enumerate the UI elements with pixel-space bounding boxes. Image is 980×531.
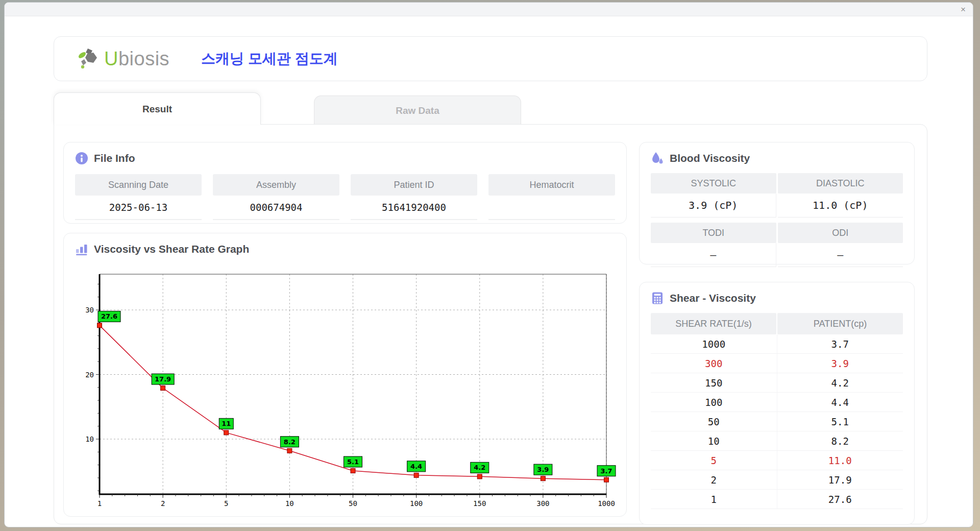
table-row: 3003.9	[651, 354, 903, 373]
field-value: 2025-06-13	[75, 196, 202, 220]
patient-viscosity-cell: 3.7	[777, 334, 903, 353]
app-window: × Ubiosis 스캐닝 모세관 점도계 Result Raw Data	[4, 2, 973, 527]
table-row: 108.2	[651, 431, 903, 451]
logo-rest: biosis	[118, 48, 169, 69]
logo: Ubiosis	[78, 47, 169, 70]
shear-viscosity-table: SHEAR RATE(1/s) PATIENT(cp) 10003.73003.…	[651, 313, 903, 509]
patient-viscosity-cell: 27.6	[777, 490, 903, 509]
patient-viscosity-cell: 11.0	[777, 451, 903, 470]
svg-text:300: 300	[536, 499, 549, 508]
field-hematocrit: Hematocrit	[488, 174, 615, 220]
field-label: Patient ID	[351, 174, 477, 196]
patient-viscosity-cell: 5.1	[777, 412, 903, 431]
svg-text:4.2: 4.2	[474, 464, 485, 471]
bar-chart-icon	[75, 243, 88, 256]
svg-text:27.6: 27.6	[101, 312, 117, 320]
shear-rate-cell: 50	[651, 412, 777, 431]
svg-text:2: 2	[161, 499, 165, 508]
file-info-card: File Info Scanning Date 2025-06-13 Assem…	[63, 142, 627, 224]
table-row: 505.1	[651, 412, 903, 431]
header-card: Ubiosis 스캐닝 모세관 점도계	[54, 36, 927, 81]
svg-text:20: 20	[85, 371, 94, 379]
svg-text:8.2: 8.2	[284, 438, 296, 446]
svg-text:4.4: 4.4	[410, 463, 422, 470]
metric-value-odi: –	[778, 243, 903, 267]
logo-text: Ubiosis	[104, 48, 169, 70]
logo-u: U	[104, 48, 118, 69]
tab-bar: Result Raw Data	[54, 92, 927, 125]
shear-rate-cell: 100	[651, 393, 777, 412]
column-header-patient: PATIENT(cp)	[777, 313, 903, 334]
patient-viscosity-cell: 4.2	[777, 373, 903, 392]
table-row: 511.0	[651, 451, 903, 470]
patient-viscosity-cell: 17.9	[777, 470, 903, 489]
svg-text:1000: 1000	[598, 499, 615, 508]
metric-label-todi: TODI	[651, 223, 776, 243]
blood-viscosity-title: Blood Viscosity	[670, 152, 750, 164]
tab-result[interactable]: Result	[54, 92, 261, 125]
field-patient-id: Patient ID 51641920400	[351, 174, 477, 220]
svg-text:50: 50	[349, 499, 357, 508]
tab-raw-data[interactable]: Raw Data	[314, 95, 521, 125]
shear-rate-cell: 2	[651, 470, 777, 489]
info-icon	[75, 152, 88, 165]
title-bar: ×	[5, 3, 973, 16]
svg-text:5: 5	[224, 499, 228, 508]
metric-label-diastolic: DIASTOLIC	[778, 173, 903, 194]
field-value: 000674904	[213, 196, 339, 220]
svg-text:10: 10	[285, 499, 294, 508]
calculator-icon	[651, 292, 664, 305]
field-value: 51641920400	[351, 196, 477, 220]
svg-text:17.9: 17.9	[155, 375, 171, 383]
blood-viscosity-grid: SYSTOLIC DIASTOLIC 3.9 (cP) 11.0 (cP) TO…	[651, 173, 903, 267]
table-body: 10003.73003.91504.21004.4505.1108.2511.0…	[651, 334, 903, 509]
field-value	[488, 196, 615, 220]
metric-value-systolic: 3.9 (cP)	[651, 194, 776, 218]
shear-viscosity-card: Shear - Viscosity SHEAR RATE(1/s) PATIEN…	[639, 282, 915, 525]
viscosity-chart: 1251050100150300100010203027.617.9118.25…	[74, 262, 617, 517]
table-row: 1504.2	[651, 373, 903, 393]
metric-value-todi: –	[651, 243, 776, 267]
svg-text:3.9: 3.9	[537, 466, 549, 473]
metric-label-systolic: SYSTOLIC	[651, 173, 776, 194]
ubiosis-logo-icon	[78, 47, 101, 70]
graph-card: Viscosity vs Shear Rate Graph 1251050100…	[63, 233, 627, 517]
table-row: 10003.7	[651, 334, 903, 354]
patient-viscosity-cell: 8.2	[777, 431, 903, 450]
field-label: Scanning Date	[75, 174, 202, 196]
svg-text:30: 30	[85, 306, 94, 314]
svg-text:11: 11	[222, 420, 231, 427]
shear-rate-cell: 1	[651, 490, 777, 509]
field-label: Assembly	[213, 174, 339, 196]
blood-drop-icon	[651, 152, 664, 165]
shear-viscosity-title: Shear - Viscosity	[670, 292, 756, 304]
patient-viscosity-cell: 3.9	[777, 354, 903, 373]
metric-value-diastolic: 11.0 (cP)	[778, 194, 903, 218]
table-row: 127.6	[651, 490, 903, 509]
column-header-shear-rate: SHEAR RATE(1/s)	[651, 313, 776, 334]
page-title: 스캐닝 모세관 점도계	[201, 49, 338, 68]
metric-label-odi: ODI	[778, 223, 903, 243]
graph-title: Viscosity vs Shear Rate Graph	[94, 243, 249, 255]
file-info-title: File Info	[94, 152, 135, 164]
blood-viscosity-card: Blood Viscosity SYSTOLIC DIASTOLIC 3.9 (…	[639, 142, 915, 264]
shear-rate-cell: 10	[651, 431, 777, 450]
svg-text:1: 1	[97, 499, 102, 508]
table-row: 217.9	[651, 470, 903, 490]
shear-rate-cell: 5	[651, 451, 777, 470]
svg-text:150: 150	[473, 499, 486, 508]
shear-rate-cell: 1000	[651, 334, 777, 353]
svg-text:3.7: 3.7	[600, 467, 612, 475]
svg-text:10: 10	[85, 435, 94, 443]
shear-rate-cell: 150	[651, 373, 777, 392]
close-icon[interactable]: ×	[961, 5, 966, 14]
svg-text:100: 100	[410, 499, 423, 508]
result-panel: File Info Scanning Date 2025-06-13 Assem…	[54, 124, 927, 524]
field-assembly: Assembly 000674904	[213, 174, 339, 220]
file-info-fields: Scanning Date 2025-06-13 Assembly 000674…	[75, 174, 615, 220]
shear-rate-cell: 300	[651, 354, 777, 373]
svg-text:5.1: 5.1	[347, 458, 359, 466]
field-scanning-date: Scanning Date 2025-06-13	[75, 174, 202, 220]
patient-viscosity-cell: 4.4	[777, 393, 903, 412]
table-row: 1004.4	[651, 393, 903, 412]
